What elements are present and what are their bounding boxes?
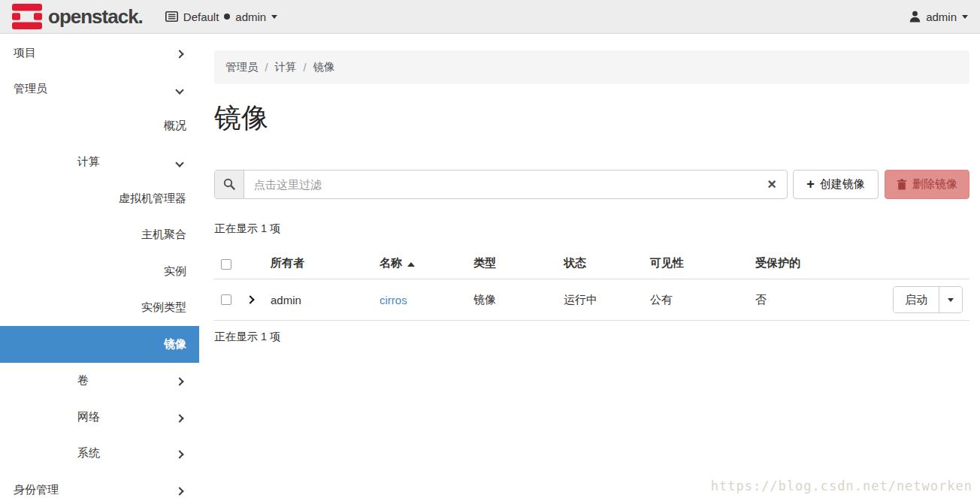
plus-icon: +: [806, 177, 815, 191]
watermark-text: https://blog.csdn.net/networken: [711, 478, 972, 493]
chevron-right-icon: [177, 447, 183, 460]
username-label: admin: [926, 11, 957, 23]
list-icon: [165, 11, 178, 22]
breadcrumb-separator: /: [304, 62, 307, 74]
sidebar-item-identity[interactable]: 身份管理: [0, 472, 199, 498]
actions-dropdown-button[interactable]: [939, 287, 962, 312]
breadcrumb-separator: /: [265, 62, 268, 74]
sidebar-item-network[interactable]: 网络: [0, 399, 199, 436]
image-name-link[interactable]: cirros: [380, 294, 407, 306]
sidebar-item-host-aggregates[interactable]: 主机聚合: [0, 217, 199, 254]
clear-icon: ×: [767, 176, 776, 193]
page-title: 镜像: [214, 100, 969, 137]
breadcrumb-admin[interactable]: 管理员: [225, 60, 259, 74]
sidebar-item-instances[interactable]: 实例: [0, 253, 199, 290]
col-header-protected[interactable]: 受保护的: [755, 248, 861, 279]
col-header-owner[interactable]: 所有者: [271, 248, 380, 279]
col-header-visibility[interactable]: 可见性: [650, 248, 755, 279]
top-navbar: openstack. Default admin admin: [0, 0, 980, 34]
chevron-right-icon: [177, 411, 183, 424]
cell-protected: 否: [755, 279, 861, 321]
breadcrumb: 管理员 / 计算 / 镜像: [214, 50, 969, 84]
launch-button[interactable]: 启动: [894, 287, 939, 312]
chevron-down-icon: [948, 298, 954, 302]
context-switcher[interactable]: Default admin: [165, 11, 277, 23]
select-all-checkbox[interactable]: [221, 259, 231, 270]
table-header-row: 所有者 名称 类型 状态 可见性 受保护的: [214, 248, 969, 279]
brand-text: openstack.: [48, 5, 143, 29]
chevron-down-icon: [962, 15, 968, 19]
sidebar-item-compute[interactable]: 计算: [0, 144, 199, 181]
sidebar-item-admin[interactable]: 管理员: [0, 71, 199, 108]
chevron-right-icon: [177, 484, 183, 496]
clear-filter-button[interactable]: ×: [757, 171, 787, 198]
search-icon: [223, 178, 235, 190]
filter-input[interactable]: [244, 171, 757, 198]
filter-toolbar: × + 创建镜像 删除镜像: [214, 170, 969, 199]
delete-image-button[interactable]: 删除镜像: [885, 170, 969, 199]
chevron-down-icon: [177, 155, 183, 168]
sidebar-item-overview[interactable]: 概况: [0, 107, 199, 144]
openstack-logo-icon: [12, 4, 42, 29]
dot-separator-icon: [224, 14, 230, 20]
items-count-top: 正在显示 1 项: [214, 222, 969, 236]
row-actions: 启动: [893, 286, 963, 313]
chevron-right-icon: [177, 374, 183, 387]
breadcrumb-images: 镜像: [313, 60, 335, 74]
chevron-right-icon: [177, 47, 183, 59]
sidebar-item-images[interactable]: 镜像: [0, 326, 199, 363]
search-button[interactable]: [215, 171, 244, 198]
sort-asc-icon: [407, 262, 415, 267]
col-header-name[interactable]: 名称: [380, 248, 473, 279]
cell-owner: admin: [271, 279, 380, 321]
filter-input-group: ×: [214, 170, 788, 199]
create-image-button[interactable]: + 创建镜像: [793, 170, 879, 199]
cell-status: 运行中: [564, 279, 650, 321]
cell-type: 镜像: [473, 279, 564, 321]
domain-label: Default: [183, 11, 219, 23]
items-count-bottom: 正在显示 1 项: [214, 330, 969, 344]
brand[interactable]: openstack.: [12, 4, 143, 29]
sidebar-item-system[interactable]: 系统: [0, 436, 199, 472]
images-table: 所有者 名称 类型 状态 可见性 受保护的: [214, 248, 969, 321]
main-content: 管理员 / 计算 / 镜像 镜像 × +: [199, 34, 980, 498]
project-label: admin: [235, 11, 266, 23]
sidebar-item-volumes[interactable]: 卷: [0, 363, 199, 400]
sidebar-item-hypervisors[interactable]: 虚拟机管理器: [0, 180, 199, 217]
chevron-down-icon: [271, 15, 277, 19]
user-icon: [909, 11, 921, 23]
row-checkbox[interactable]: [221, 294, 231, 305]
sidebar-item-project[interactable]: 项目: [0, 35, 199, 71]
sidebar: 项目 管理员 概况 计算 虚拟机管理器 主机聚合 实例 实例类型 镜像: [0, 34, 199, 498]
trash-icon: [897, 179, 907, 190]
sidebar-item-flavors[interactable]: 实例类型: [0, 290, 199, 327]
row-expander-icon[interactable]: [246, 295, 254, 303]
user-menu[interactable]: admin: [909, 11, 968, 23]
table-row: admin cirros 镜像 运行中 公有 否 启动: [214, 279, 969, 321]
col-header-type[interactable]: 类型: [473, 248, 564, 279]
chevron-down-icon: [177, 83, 183, 95]
breadcrumb-compute[interactable]: 计算: [275, 60, 297, 74]
cell-visibility: 公有: [650, 279, 755, 321]
col-header-status[interactable]: 状态: [564, 248, 650, 279]
